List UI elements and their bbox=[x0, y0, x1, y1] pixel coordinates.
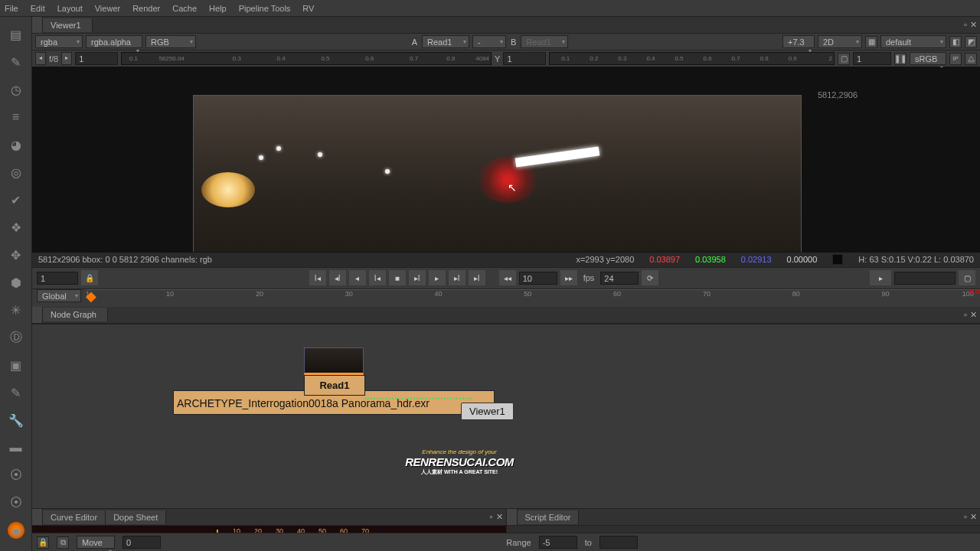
color-sample-icon[interactable]: ◧ bbox=[949, 36, 962, 48]
y-input[interactable]: 1 bbox=[503, 52, 546, 65]
move-dropdown[interactable]: Move bbox=[77, 536, 115, 549]
pane-handle[interactable] bbox=[32, 17, 43, 33]
prev-key-button[interactable]: ◂I bbox=[329, 270, 346, 285]
y-slider[interactable]: 0.1 0.2 0.3 0.4 0.5 0.6 0.7 0.8 0.9 2 bbox=[549, 52, 835, 65]
tab-dope-sheet[interactable]: Dope Sheet bbox=[106, 510, 166, 524]
menu-file[interactable]: File bbox=[5, 4, 18, 13]
tab-curve-editor[interactable]: Curve Editor bbox=[43, 510, 106, 524]
stripes-icon[interactable]: ⧋ bbox=[965, 53, 977, 65]
play-back-button[interactable]: ◂ bbox=[349, 270, 366, 285]
tool-metadata-icon[interactable]: ✎ bbox=[8, 384, 24, 401]
nodegraph-tab[interactable]: Node Graph bbox=[43, 308, 108, 321]
skip-input[interactable]: 10 bbox=[519, 272, 557, 285]
colorspace-dropdown[interactable]: RGB bbox=[145, 35, 196, 48]
pane-handle-2[interactable] bbox=[32, 307, 43, 323]
timeline-ruler[interactable]: ◆ 1 10 20 30 40 50 60 70 80 90 100 100 bbox=[86, 289, 980, 307]
ip-icon[interactable]: IP bbox=[949, 53, 962, 65]
node-graph[interactable]: ARCHETYPE_Interrogation0018a Panorama_hd… bbox=[32, 324, 980, 509]
loop-button[interactable]: ⟳ bbox=[642, 270, 658, 285]
wipe-op-dropdown[interactable]: - bbox=[472, 35, 506, 48]
node-connection[interactable] bbox=[365, 398, 472, 399]
viewer-node[interactable]: Viewer1 bbox=[461, 403, 514, 420]
read-node[interactable]: Read1 bbox=[304, 347, 365, 396]
step-back-button[interactable]: I◂ bbox=[369, 270, 386, 285]
aspect-icon[interactable]: ◩ bbox=[965, 36, 977, 48]
frame-input[interactable]: 1 bbox=[37, 272, 78, 285]
proxy-next[interactable]: ▸ bbox=[61, 52, 72, 65]
tool-3d-icon[interactable]: ⬢ bbox=[8, 274, 24, 291]
step-fwd-button[interactable]: ▸I bbox=[409, 270, 426, 285]
tool-views-icon[interactable]: ▣ bbox=[8, 357, 24, 373]
tool-time-icon[interactable]: ◷ bbox=[8, 81, 24, 98]
skip-fwd-button[interactable]: ▸▸ bbox=[560, 270, 577, 285]
x-input[interactable]: 1 bbox=[75, 52, 118, 65]
tool-merge-icon[interactable]: ❖ bbox=[8, 219, 24, 236]
tool-deep-icon[interactable]: Ⓓ bbox=[8, 329, 24, 346]
play-button[interactable]: ▸ bbox=[429, 270, 446, 285]
viewer-lut-dropdown[interactable]: sRGB bbox=[910, 52, 946, 65]
lock-bottom-icon[interactable]: 🔒 bbox=[37, 536, 49, 549]
view-mode-dropdown[interactable]: 2D bbox=[818, 35, 862, 48]
last-frame-button[interactable]: ▸I bbox=[469, 270, 485, 285]
tool-other-icon[interactable]: ▬ bbox=[8, 439, 24, 456]
pane-handle-4[interactable] bbox=[507, 509, 518, 525]
pane-float-icon-2[interactable]: ▫ bbox=[964, 310, 967, 320]
image-canvas[interactable]: ↖ bbox=[193, 95, 802, 252]
fps-input[interactable]: 24 bbox=[600, 272, 639, 285]
exposure-dropdown[interactable]: +7.3 bbox=[782, 35, 815, 48]
pane-float-icon-4[interactable]: ▫ bbox=[964, 512, 967, 522]
layer-dropdown[interactable]: rgba bbox=[35, 35, 83, 48]
menu-help[interactable]: Help bbox=[209, 4, 227, 13]
ext-play-button[interactable]: ▸ bbox=[870, 270, 891, 285]
lock-icon[interactable]: 🔒 bbox=[81, 270, 98, 285]
tool-channel-icon[interactable]: ≡ bbox=[8, 109, 24, 126]
move-value[interactable]: 0 bbox=[122, 536, 161, 549]
tool-particles-icon[interactable]: ✳ bbox=[8, 302, 24, 318]
x-slider[interactable]: 0.1 58250.04 0.3 0.4 0.5 0.6 0.7 0.8 408… bbox=[121, 52, 492, 65]
timeline[interactable]: Global ◆ 1 10 20 30 40 50 60 70 80 90 10… bbox=[32, 289, 980, 307]
range-to[interactable] bbox=[599, 536, 638, 549]
pane-close-icon-2[interactable]: ✕ bbox=[970, 310, 977, 320]
input-b-dropdown[interactable]: Read1 bbox=[521, 35, 568, 48]
viewport[interactable]: 5812,2906 ↖ bbox=[32, 67, 980, 252]
ext-stop-button[interactable]: ▢ bbox=[959, 270, 975, 285]
channel-dropdown[interactable]: rgba.alpha bbox=[86, 35, 142, 48]
lut-dropdown[interactable]: default bbox=[880, 35, 946, 48]
menu-layout[interactable]: Layout bbox=[57, 4, 83, 13]
view-layout-icon[interactable]: ▦ bbox=[865, 36, 877, 48]
tool-toolsets-icon[interactable]: 🔧 bbox=[8, 412, 24, 429]
menu-rv[interactable]: RV bbox=[302, 4, 314, 13]
pause-icon[interactable]: ❚❚ bbox=[894, 53, 906, 65]
tool-fire-icon[interactable]: ◉ bbox=[8, 522, 24, 539]
pane-handle-3[interactable] bbox=[32, 509, 43, 525]
copy-bottom-icon[interactable]: ⧉ bbox=[57, 536, 69, 549]
tool-filter-icon[interactable]: ◎ bbox=[8, 164, 24, 181]
skip-back-button[interactable]: ◂◂ bbox=[499, 270, 516, 285]
input-a-dropdown[interactable]: Read1 bbox=[422, 35, 469, 48]
timeline-scope-dropdown[interactable]: Global bbox=[37, 289, 81, 302]
ext-field[interactable] bbox=[894, 272, 956, 285]
tool-draw-icon[interactable]: ✎ bbox=[8, 54, 24, 70]
tool-keyer-icon[interactable]: ✔ bbox=[8, 191, 24, 208]
menu-cache[interactable]: Cache bbox=[172, 4, 197, 13]
menu-edit[interactable]: Edit bbox=[31, 4, 45, 13]
clip-icon[interactable]: ▢ bbox=[838, 53, 850, 65]
pane-close-icon-3[interactable]: ✕ bbox=[496, 512, 503, 522]
gamma-input[interactable]: 1 bbox=[853, 52, 891, 65]
pane-float-icon-3[interactable]: ▫ bbox=[490, 512, 493, 522]
viewer-tab[interactable]: Viewer1 bbox=[43, 18, 93, 32]
tool-fx-icon[interactable]: ⦿ bbox=[8, 494, 24, 511]
pane-close-icon[interactable]: ✕ bbox=[970, 20, 977, 30]
tab-script-editor[interactable]: Script Editor bbox=[518, 510, 580, 524]
pane-close-icon-4[interactable]: ✕ bbox=[970, 512, 977, 522]
tool-transform-icon[interactable]: ✥ bbox=[8, 246, 24, 263]
tool-color-icon[interactable]: ◕ bbox=[8, 136, 24, 153]
next-key-button[interactable]: ▸I bbox=[449, 270, 466, 285]
tool-furnace-icon[interactable]: ⦿ bbox=[8, 467, 24, 484]
proxy-prev[interactable]: ◂ bbox=[35, 52, 46, 65]
menu-pipeline-tools[interactable]: Pipeline Tools bbox=[239, 4, 291, 13]
menu-render[interactable]: Render bbox=[132, 4, 160, 13]
menu-viewer[interactable]: Viewer bbox=[95, 4, 120, 13]
first-frame-button[interactable]: I◂ bbox=[309, 270, 326, 285]
tool-image-icon[interactable]: ▤ bbox=[8, 26, 24, 43]
